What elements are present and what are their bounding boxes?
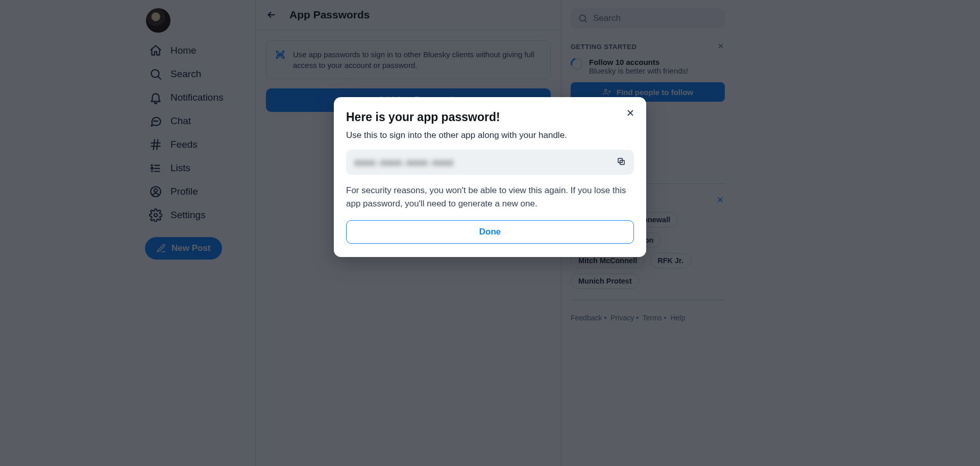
password-value: xxxx-xxxx-xxxx-xxxx [354, 157, 453, 168]
modal-subtitle: Use this to sign into the other app alon… [346, 130, 634, 141]
app-password-modal: Here is your app password! Use this to s… [334, 97, 646, 257]
copy-icon [617, 157, 626, 166]
done-button[interactable]: Done [346, 220, 634, 244]
modal-close-button[interactable] [623, 105, 638, 121]
modal-overlay[interactable]: Here is your app password! Use this to s… [0, 0, 980, 466]
password-field[interactable]: xxxx-xxxx-xxxx-xxxx [346, 150, 634, 175]
done-label: Done [479, 227, 501, 237]
close-icon [625, 108, 635, 118]
modal-warning: For security reasons, you won't be able … [346, 184, 634, 210]
copy-button[interactable] [617, 157, 626, 168]
modal-title: Here is your app password! [346, 110, 634, 124]
